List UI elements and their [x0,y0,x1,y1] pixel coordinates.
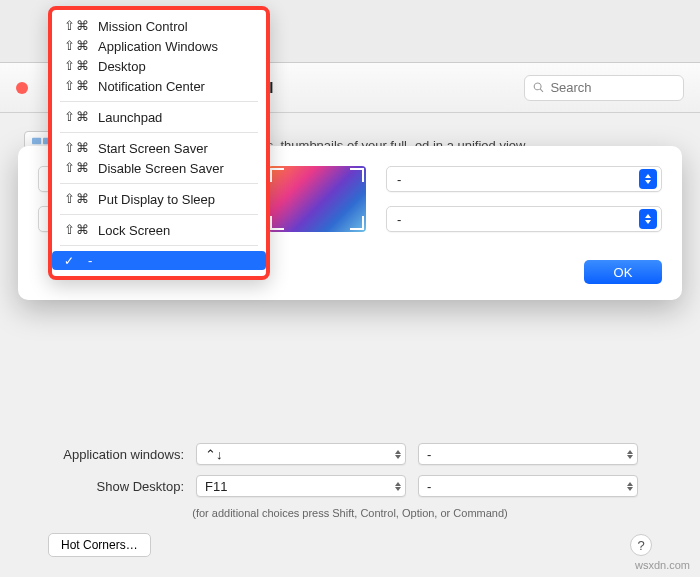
menu-item-notification-center[interactable]: ⇧⌘Notification Center [54,76,264,96]
chevron-updown-icon [639,209,657,229]
chevron-updown-icon [395,450,401,459]
corner-action-menu[interactable]: ⇧⌘Mission Control ⇧⌘Application Windows … [48,6,270,280]
menu-item-launchpad[interactable]: ⇧⌘Launchpad [54,107,264,127]
corner-bottom-right-popup[interactable]: - [386,206,662,232]
showdesktop-secondary-popup[interactable]: - [418,475,638,497]
appwindows-secondary-popup[interactable]: - [418,443,638,465]
menu-item-start-saver[interactable]: ⇧⌘Start Screen Saver [54,138,264,158]
menu-item-app-windows[interactable]: ⇧⌘Application Windows [54,36,264,56]
menu-item-mission-control[interactable]: ⇧⌘Mission Control [54,16,264,36]
chevron-updown-icon [627,482,633,491]
corner-indicator-icon [270,216,284,230]
search-field[interactable] [524,75,684,101]
menu-separator [60,245,258,246]
menu-item-display-sleep[interactable]: ⇧⌘Put Display to Sleep [54,189,264,209]
field-label: Show Desktop: [24,479,184,494]
chevron-updown-icon [639,169,657,189]
help-button[interactable]: ? [630,534,652,556]
menu-item-none[interactable]: - [52,251,266,270]
showdesktop-shortcut-popup[interactable]: F11 [196,475,406,497]
menu-separator [60,183,258,184]
ok-button[interactable]: OK [584,260,662,284]
menu-separator [60,214,258,215]
chevron-updown-icon [395,482,401,491]
chevron-updown-icon [627,450,633,459]
corner-indicator-icon [270,168,284,182]
search-icon [533,81,544,94]
background-fields: Application windows: ⌃↓ - Show Desktop: … [0,431,700,557]
watermark: wsxdn.com [635,559,690,571]
screen-thumbnail [268,166,366,232]
corner-indicator-icon [350,168,364,182]
menu-item-lock-screen[interactable]: ⇧⌘Lock Screen [54,220,264,240]
menu-separator [60,132,258,133]
menu-item-disable-saver[interactable]: ⇧⌘Disable Screen Saver [54,158,264,178]
hint-text: (for additional choices press Shift, Con… [24,507,676,519]
menu-item-desktop[interactable]: ⇧⌘Desktop [54,56,264,76]
corner-indicator-icon [350,216,364,230]
field-label: Application windows: [24,447,184,462]
hot-corners-button[interactable]: Hot Corners… [48,533,151,557]
corner-top-right-popup[interactable]: - [386,166,662,192]
search-input[interactable] [550,80,675,95]
appwindows-shortcut-popup[interactable]: ⌃↓ [196,443,406,465]
menu-separator [60,101,258,102]
close-window-button[interactable] [16,82,28,94]
svg-rect-0 [32,138,41,144]
